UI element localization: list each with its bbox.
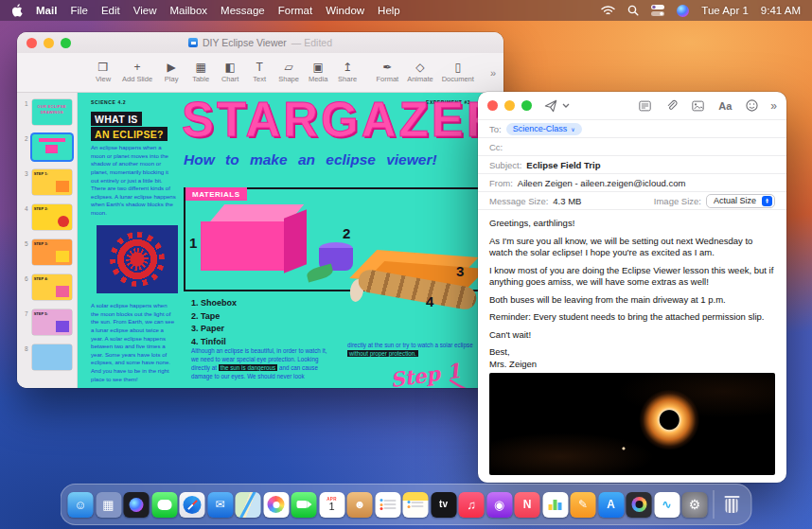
dock-item-facetime[interactable] — [291, 492, 317, 518]
shape-button[interactable]: ▱Shape — [278, 62, 299, 83]
menu-window[interactable]: Window — [326, 5, 364, 16]
siri-icon[interactable] — [677, 5, 689, 17]
app-store-icon: A — [607, 499, 615, 510]
wifi-icon[interactable] — [601, 6, 615, 16]
cc-field[interactable]: Cc: — [478, 138, 786, 156]
toolbar-overflow-icon[interactable]: » — [770, 99, 777, 113]
slide-thumbnail-2-selected[interactable] — [32, 134, 72, 160]
header-fields-button[interactable] — [639, 100, 651, 112]
text-button[interactable]: TText — [249, 62, 270, 83]
minimize-button[interactable] — [44, 38, 54, 48]
slide-thumbnail-3[interactable]: STEP 1: — [32, 169, 72, 195]
menu-edit[interactable]: Edit — [101, 5, 120, 16]
size-row: Message Size: 4.3 MB Image Size: Actual … — [478, 192, 786, 210]
view-button[interactable]: ❒View — [93, 62, 114, 83]
dock-item-pages[interactable]: ✎ — [571, 492, 596, 518]
media-button[interactable]: ▣Media — [308, 62, 328, 83]
body-paragraph: Can't wait! — [489, 329, 775, 342]
dock-item-photos[interactable] — [263, 492, 289, 518]
control-center-icon[interactable] — [651, 5, 664, 16]
dock-item-safari[interactable] — [180, 492, 205, 518]
dock-item-freeform[interactable]: ∿ — [654, 492, 680, 518]
dock-item-music[interactable]: ♫ — [459, 492, 485, 518]
dock-item-reminders[interactable] — [375, 492, 400, 518]
minimize-button[interactable] — [504, 100, 515, 111]
share-button[interactable]: ↥Share — [337, 62, 358, 83]
dock-item-mail[interactable]: ✉ — [207, 492, 233, 518]
slide-thumbnail-6[interactable]: STEP 4: — [32, 274, 72, 300]
view-icon: ❒ — [98, 62, 109, 74]
dock-item-launchpad[interactable]: ▦ — [96, 492, 121, 518]
format-button[interactable]: Aa — [718, 100, 732, 112]
dock-item-messages[interactable] — [151, 492, 177, 518]
menu-view[interactable]: View — [133, 5, 157, 16]
recipient-token[interactable]: Science-Class∨ — [506, 123, 582, 135]
dock-item-contacts[interactable]: ☻ — [347, 492, 373, 518]
dock-item-photo-booth[interactable] — [627, 492, 652, 518]
reminders-icon — [383, 500, 396, 509]
slide-thumbnail-5[interactable]: STEP 3: — [32, 239, 72, 265]
toolbar-overflow-icon[interactable]: » — [490, 67, 496, 79]
highlighted-text: the sun is dangerous — [219, 364, 277, 371]
from-field[interactable]: From: Aileen Zeigen - aileen.zeigen@iclo… — [478, 174, 786, 192]
eclipse-photo-attachment[interactable] — [489, 373, 775, 475]
search-icon[interactable] — [627, 5, 639, 16]
dock-item-finder[interactable]: ☺ — [68, 492, 94, 518]
dock-item-numbers[interactable] — [542, 492, 568, 518]
shape-icon: ▱ — [284, 62, 292, 74]
to-field[interactable]: To: Science-Class∨ — [478, 120, 786, 138]
menu-mailbox[interactable]: Mailbox — [169, 5, 207, 16]
notes-icon — [412, 502, 424, 507]
slide-canvas[interactable]: SCIENCE 4.2 EXPERIMENT #3 WHAT IS AN ECL… — [78, 93, 503, 388]
material-number-4: 4 — [426, 293, 433, 309]
subject-field[interactable]: Subject: Eclipse Field Trip — [478, 156, 786, 174]
apple-menu-icon[interactable] — [11, 4, 23, 17]
slide-thumbnail-8[interactable] — [32, 344, 72, 370]
materials-item: 3. Paper — [191, 323, 237, 336]
zoom-button[interactable] — [521, 100, 532, 111]
menu-help[interactable]: Help — [378, 5, 400, 16]
image-size-dropdown[interactable]: Actual Size — [706, 194, 775, 208]
send-options-chevron-icon[interactable] — [562, 103, 570, 108]
zoom-button[interactable] — [61, 38, 71, 48]
close-button[interactable] — [487, 100, 498, 111]
menu-message[interactable]: Message — [221, 5, 265, 16]
emoji-button[interactable] — [746, 99, 758, 112]
insert-photo-button[interactable] — [692, 100, 704, 112]
attach-button[interactable] — [665, 99, 678, 112]
sun-illustration — [97, 225, 178, 293]
dock-item-app-store[interactable]: A — [598, 492, 624, 518]
slide-thumbnail-1[interactable]: OUR ECLIPSE DRAWINGS — [32, 99, 72, 125]
finder-icon: ☺ — [74, 499, 86, 511]
numbers-icon — [549, 500, 562, 510]
format-button[interactable]: ✒Format — [376, 62, 398, 83]
chart-button[interactable]: ◧Chart — [220, 62, 240, 83]
slide-thumbnail-4[interactable]: STEP 2: — [32, 204, 72, 230]
dock-item-tv[interactable]: tv — [431, 492, 456, 518]
document-button[interactable]: ▯Document — [442, 62, 474, 83]
add-slide-button[interactable]: +Add Slide — [122, 62, 152, 83]
animate-button[interactable]: ◇Animate — [407, 62, 433, 83]
message-body-editor[interactable]: Greetings, earthlings! As I'm sure you a… — [478, 210, 786, 475]
menubar-clock[interactable]: 9:41 AM — [761, 5, 801, 16]
menubar-date[interactable]: Tue Apr 1 — [701, 5, 748, 16]
close-button[interactable] — [26, 38, 37, 48]
dock-item-news[interactable]: N — [515, 492, 540, 518]
dock-item-trash[interactable] — [719, 492, 745, 518]
dock-item-podcasts[interactable]: ◉ — [486, 492, 512, 518]
dropdown-stepper-icon — [762, 196, 772, 206]
send-button[interactable] — [544, 99, 557, 113]
play-button[interactable]: ▶Play — [161, 62, 182, 83]
keynote-titlebar: DIY Eclipse Viewer — Edited — [17, 32, 503, 53]
menu-format[interactable]: Format — [278, 5, 312, 16]
animate-icon: ◇ — [415, 62, 424, 74]
slide-thumbnail-7[interactable]: STEP 5: — [32, 309, 72, 335]
table-button[interactable]: ▦Table — [190, 62, 211, 83]
dock-item-notes[interactable] — [403, 492, 429, 518]
dock-item-calendar[interactable]: APR1 — [319, 492, 344, 518]
dock-item-system-settings[interactable]: ⚙ — [682, 492, 708, 518]
dock-item-siri[interactable] — [124, 492, 150, 518]
active-app-menu[interactable]: Mail — [36, 5, 57, 16]
menu-file[interactable]: File — [70, 5, 88, 16]
dock-item-maps[interactable] — [236, 492, 261, 518]
